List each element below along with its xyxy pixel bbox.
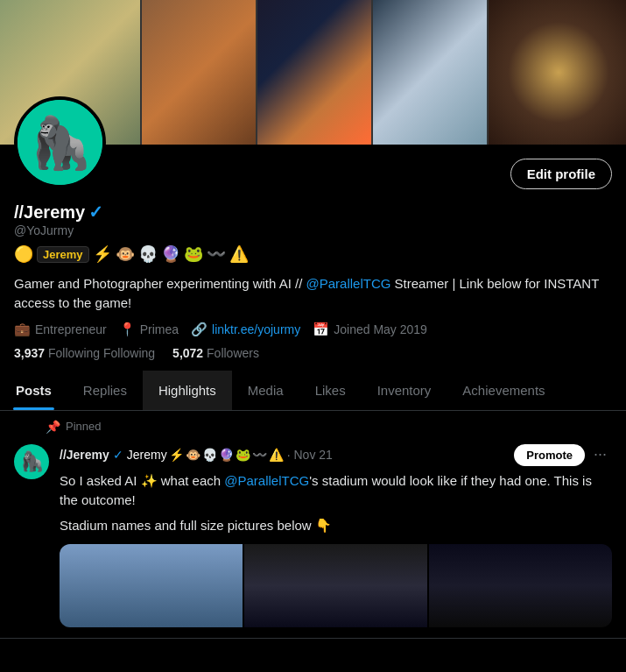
calendar-icon: 📅	[313, 322, 329, 337]
username: @YoJurmy	[14, 223, 612, 237]
pinned-text: Pinned	[66, 420, 101, 433]
tab-replies[interactable]: Replies	[67, 371, 143, 410]
post-subtext: Stadium names and full size pictures bel…	[60, 518, 612, 534]
briefcase-icon: 💼	[14, 322, 31, 337]
post-image-3	[429, 544, 612, 627]
post-author-name: //Jeremy	[60, 448, 109, 462]
followers-count: 5,072	[172, 346, 203, 360]
post-header: //Jeremy ✓ Jeremy ⚡ 🐵 💀 🔮 🐸 〰️ ⚠️ · Nov …	[60, 444, 612, 466]
post-text: So I asked AI ✨ what each @ParallelTCG's…	[60, 471, 612, 511]
following-stat[interactable]: 3,937 Following Following	[14, 346, 155, 360]
post-date: · Nov 21	[287, 448, 333, 462]
meta-joined-text: Joined May 2019	[334, 322, 427, 336]
tab-achievements[interactable]: Achievements	[447, 371, 560, 410]
tab-highlights[interactable]: Highlights	[143, 371, 232, 410]
badge-lightning-icon: ⚡	[93, 244, 112, 264]
post-badge-lightning: ⚡	[169, 448, 184, 462]
avatar: 🦍	[14, 96, 106, 188]
meta-link: 🔗 linktr.ee/yojurmy	[191, 322, 300, 337]
post-badge-gem: 🔮	[219, 448, 234, 462]
post-content: //Jeremy ✓ Jeremy ⚡ 🐵 💀 🔮 🐸 〰️ ⚠️ · Nov …	[60, 444, 612, 627]
more-options-button[interactable]: ···	[588, 445, 612, 463]
tab-likes[interactable]: Likes	[299, 371, 362, 410]
post-image-grid	[60, 544, 612, 627]
meta-link-url[interactable]: linktr.ee/yojurmy	[212, 322, 300, 336]
badge-warning-icon: ⚠️	[229, 244, 249, 264]
tabs-row: Posts Replies Highlights Media Likes Inv…	[0, 371, 626, 411]
meta-location-text: Primea	[140, 322, 179, 336]
post-image-2	[244, 544, 427, 627]
pinned-label: 📌 Pinned	[0, 411, 626, 437]
badge-coin-icon: 🟡	[14, 244, 33, 264]
meta-occupation: 💼 Entrepreneur	[14, 322, 107, 337]
tab-media[interactable]: Media	[232, 371, 299, 410]
banner-cell-2	[142, 0, 256, 145]
badges-row: 🟡 Jeremy ⚡ 🐵 💀 🔮 🐸 〰️ ⚠️	[14, 244, 612, 264]
stats-row: 3,937 Following Following 5,072 Follower…	[14, 346, 612, 360]
badge-wave-icon: 〰️	[207, 244, 226, 264]
avatar-image: 🦍	[18, 100, 102, 185]
following-count: 3,937	[14, 346, 45, 360]
post-verified-icon: ✓	[113, 448, 123, 462]
followers-label-text: Followers	[207, 346, 259, 360]
post-badges: Jeremy ⚡ 🐵 💀 🔮 🐸 〰️ ⚠️	[127, 448, 284, 462]
post-item: 🦍 //Jeremy ✓ Jeremy ⚡ 🐵 💀 🔮 🐸 〰️ ⚠️ · No…	[0, 437, 626, 639]
following-label-text: Following	[103, 346, 155, 360]
tab-inventory[interactable]: Inventory	[362, 371, 447, 410]
display-name: //Jeremy ✓	[14, 202, 612, 223]
post-text-link[interactable]: @ParallelTCG	[224, 473, 309, 488]
followers-stat[interactable]: 5,072 Followers	[172, 346, 259, 360]
post-avatar: 🦍	[14, 444, 49, 479]
meta-location: 📍 Primea	[119, 322, 179, 337]
post-badge-jeremy: Jeremy	[127, 448, 167, 462]
post-badge-monkey: 🐵	[186, 448, 200, 462]
following-label: Following	[48, 346, 100, 360]
post-badge-warning: ⚠️	[269, 448, 284, 462]
meta-joined: 📅 Joined May 2019	[313, 322, 427, 337]
bio-link[interactable]: @ParallelTCG	[306, 276, 391, 291]
post-image-1	[60, 544, 243, 627]
post-badge-wave: 〰️	[252, 448, 267, 462]
tab-posts[interactable]: Posts	[0, 371, 67, 410]
post-section: 📌 Pinned 🦍 //Jeremy ✓ Jeremy ⚡ 🐵 💀 🔮 🐸 〰…	[0, 411, 626, 639]
banner-cell-5	[489, 0, 626, 145]
meta-occupation-text: Entrepreneur	[35, 322, 107, 336]
banner-cell-4	[373, 0, 487, 145]
post-badge-frog: 🐸	[236, 448, 250, 462]
post-badge-skull: 💀	[202, 448, 217, 462]
banner-cell-3	[257, 0, 371, 145]
promote-button[interactable]: Promote	[514, 444, 585, 466]
badge-monkey-icon: 🐵	[116, 244, 135, 264]
badge-jeremy-label: Jeremy	[37, 246, 89, 263]
badge-skull-icon: 💀	[138, 244, 158, 264]
badge-gem-icon: 🔮	[161, 244, 180, 264]
link-icon: 🔗	[191, 322, 207, 337]
meta-row: 💼 Entrepreneur 📍 Primea 🔗 linktr.ee/yoju…	[14, 322, 612, 337]
badge-frog-icon: 🐸	[184, 244, 203, 264]
display-name-text: //Jeremy	[14, 202, 85, 223]
bio: Gamer and Photographer experimenting wit…	[14, 274, 612, 313]
location-icon: 📍	[119, 322, 136, 337]
post-actions: Promote ···	[514, 444, 612, 466]
pin-icon: 📌	[46, 420, 60, 434]
verified-badge-icon: ✓	[88, 202, 103, 223]
edit-profile-button[interactable]: Edit profile	[510, 159, 612, 189]
profile-section: 🦍 Edit profile //Jeremy ✓ @YoJurmy 🟡 Jer…	[0, 145, 626, 360]
